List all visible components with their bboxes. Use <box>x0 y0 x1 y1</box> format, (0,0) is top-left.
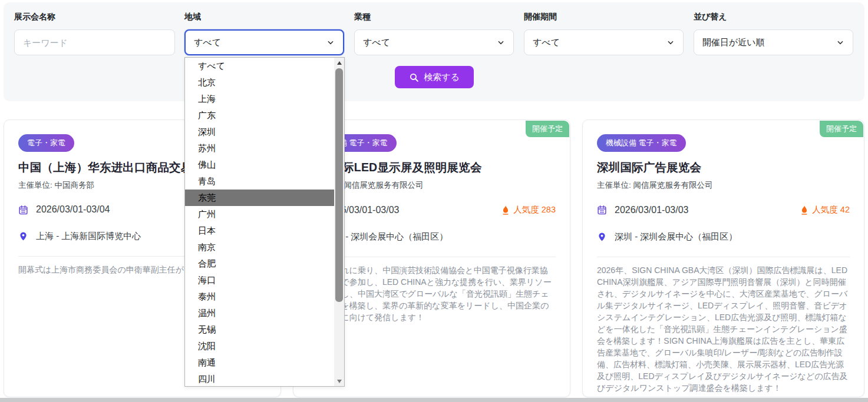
region-option[interactable]: 南通 <box>185 354 334 371</box>
location-pin-icon <box>597 232 607 242</box>
region-option[interactable]: 北京 <box>185 74 334 91</box>
bottom-divider <box>0 398 868 402</box>
popularity-text: 人気度 283 <box>513 204 556 215</box>
region-option[interactable]: 无锡 <box>185 321 334 338</box>
region-option[interactable]: 泰州 <box>185 288 334 305</box>
sort-label: 並び替え <box>694 12 727 22</box>
region-option[interactable]: 南京 <box>185 239 334 255</box>
keyword-input[interactable] <box>23 38 166 48</box>
region-label: 地域 <box>184 12 201 22</box>
status-badge: 開催予定 <box>820 121 863 137</box>
exhibition-name-label: 展示会名称 <box>14 12 55 22</box>
region-option[interactable]: 沈阳 <box>185 338 334 354</box>
chevron-down-icon <box>497 38 505 46</box>
region-option-highlighted[interactable]: 东莞 <box>185 190 334 206</box>
region-option[interactable]: 苏州 <box>185 140 334 157</box>
exhibition-title[interactable]: 深圳国际广告展览会 <box>597 160 850 175</box>
chevron-down-icon <box>836 38 844 46</box>
exhibition-description: 業界の流れに乗り、中国演芸技術設備協会と中国電子視像行業協会が共同で参加し、LE… <box>308 264 556 323</box>
location-text: 上海 - 上海新国际博览中心 <box>36 231 141 242</box>
region-option[interactable]: 深圳 <box>185 124 334 140</box>
calendar-icon <box>597 205 607 215</box>
sort-select-value: 開催日が近い順 <box>702 37 765 48</box>
region-option[interactable]: 佛山 <box>185 157 334 173</box>
calendar-icon <box>18 205 28 215</box>
region-option[interactable]: 上海 <box>185 91 334 107</box>
industry-select[interactable]: すべて <box>354 29 514 55</box>
region-option[interactable]: 青岛 <box>185 173 334 190</box>
exhibition-search-page: 展示会名称 地域 すべて 業種 すべて 開催期間 すべて 並び替え 開催日が近い… <box>0 0 868 402</box>
status-badge: 開催予定 <box>526 121 569 137</box>
keyword-input-wrapper <box>14 29 175 55</box>
industry-select-value: すべて <box>363 37 390 48</box>
region-option[interactable]: 海口 <box>185 272 334 288</box>
region-option[interactable]: 温州 <box>185 305 334 321</box>
scroll-up-arrow-icon[interactable] <box>334 58 344 68</box>
region-option[interactable]: 广州 <box>185 206 334 222</box>
divider <box>308 257 556 257</box>
location-pin-icon <box>18 231 28 241</box>
exhibition-description: 2026年、SIGN CHINA GBA大湾区（深圳）国際広告標識展は、LED … <box>597 264 850 394</box>
date-range: 2026/03/01-03/04 <box>36 204 110 215</box>
region-option[interactable]: 日本 <box>185 222 334 239</box>
region-option[interactable]: すべて <box>185 58 334 74</box>
region-option[interactable]: 四川 <box>185 371 334 386</box>
scroll-down-arrow-icon[interactable] <box>334 376 344 386</box>
location-text: 深圳 - 深圳会展中心（福田区） <box>615 231 737 242</box>
popularity-flame-icon <box>800 205 808 215</box>
sort-select[interactable]: 開催日が近い順 <box>694 29 853 55</box>
divider <box>597 257 850 257</box>
industry-label: 業種 <box>354 12 371 22</box>
period-select[interactable]: すべて <box>524 29 684 55</box>
region-select[interactable]: すべて <box>184 29 344 55</box>
search-button[interactable]: 検索する <box>395 66 474 88</box>
period-label: 開催期間 <box>524 12 557 22</box>
search-button-label: 検索する <box>424 72 460 83</box>
chevron-down-icon <box>326 38 335 46</box>
category-badge: 機械設備 電子・家電 <box>597 134 686 152</box>
period-select-value: すべて <box>533 37 560 48</box>
popularity-text: 人気度 42 <box>812 204 850 215</box>
region-option[interactable]: 合肥 <box>185 255 334 272</box>
exhibition-card[interactable]: 開催予定 機械設備 電子・家電 深圳国际广告展览会 主催単位: 闻信展览服务有限… <box>582 119 864 397</box>
search-icon <box>409 72 419 82</box>
filter-bar: 展示会名称 地域 すべて 業種 すべて 開催期間 すべて 並び替え 開催日が近い… <box>4 2 864 101</box>
organizer-text: 主催単位: 闻信展览服务有限公司 <box>597 180 850 191</box>
organizer-text: 主催単位: 闻信展览服务有限公司 <box>308 180 556 191</box>
dropdown-scrollbar[interactable] <box>334 58 344 386</box>
scrollbar-thumb[interactable] <box>335 68 343 302</box>
region-select-value: すべて <box>194 37 221 48</box>
chevron-down-icon <box>666 38 675 46</box>
date-range: 2026/03/01-03/03 <box>615 205 688 215</box>
region-option[interactable]: 广东 <box>185 107 334 124</box>
exhibition-title[interactable]: 深圳国际LED显示屏及照明展览会 <box>308 160 556 175</box>
popularity-flame-icon <box>501 205 510 215</box>
category-badge: 電子・家電 <box>18 134 74 152</box>
region-dropdown-list: すべて 北京 上海 广东 深圳 苏州 佛山 青岛 东莞 广州 日本 南京 合肥 … <box>184 57 345 387</box>
